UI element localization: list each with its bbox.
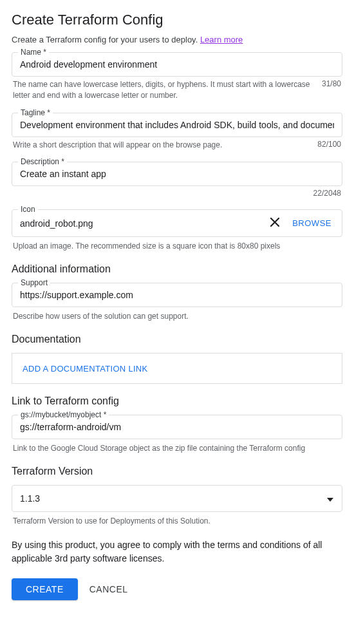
- create-button[interactable]: CREATE: [12, 578, 78, 600]
- name-input[interactable]: [12, 52, 342, 77]
- terms-text: By using this product, you agree to comp…: [12, 538, 342, 565]
- page-title: Create Terraform Config: [12, 12, 342, 28]
- cancel-button[interactable]: CANCEL: [89, 584, 128, 594]
- tagline-helper: Write a short description that will appe…: [13, 140, 307, 151]
- close-icon[interactable]: [268, 214, 282, 232]
- version-heading: Terraform Version: [12, 466, 342, 477]
- documentation-heading: Documentation: [12, 334, 342, 345]
- support-label: Support: [18, 278, 50, 287]
- icon-input[interactable]: [20, 216, 263, 231]
- icon-label: Icon: [18, 205, 38, 214]
- tagline-input[interactable]: [12, 113, 342, 137]
- browse-button[interactable]: BROWSE: [287, 214, 337, 232]
- description-counter: 22/2048: [313, 189, 341, 198]
- icon-helper: Upload an image. The recommended size is…: [13, 241, 341, 252]
- support-input[interactable]: [12, 283, 342, 307]
- name-label: Name *: [18, 48, 49, 57]
- version-helper: Terraform Version to use for Deployments…: [13, 516, 341, 527]
- additional-info-heading: Additional information: [12, 263, 342, 275]
- tagline-counter: 82/100: [317, 140, 341, 151]
- name-helper: The name can have lowercase letters, dig…: [13, 79, 312, 101]
- name-counter: 31/80: [322, 79, 341, 101]
- link-config-helper: Link to the Google Cloud Storage object …: [13, 443, 341, 454]
- learn-more-link[interactable]: Learn more: [200, 35, 243, 44]
- documentation-box: ADD A DOCUMENTATION LINK: [12, 353, 342, 384]
- link-config-label: gs://mybucket/myobject *: [18, 410, 109, 419]
- support-helper: Describe how users of the solution can g…: [13, 311, 341, 322]
- version-select[interactable]: 1.1.3: [12, 485, 342, 512]
- tagline-label: Tagline *: [18, 108, 53, 117]
- description-label: Description *: [18, 157, 67, 166]
- add-documentation-link-button[interactable]: ADD A DOCUMENTATION LINK: [23, 364, 148, 374]
- description-helper: [13, 189, 303, 198]
- page-subtitle: Create a Terraform config for your users…: [12, 35, 342, 44]
- link-config-heading: Link to Terraform config: [12, 395, 342, 407]
